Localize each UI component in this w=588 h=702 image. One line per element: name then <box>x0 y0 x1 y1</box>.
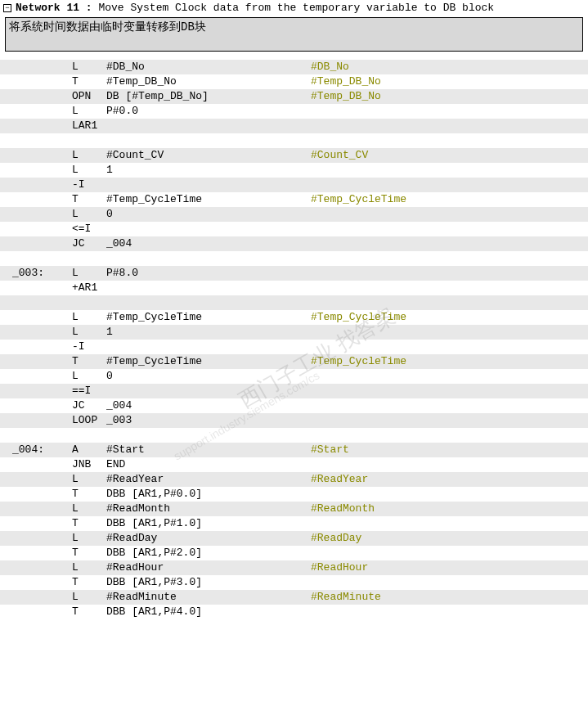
code-row[interactable]: TDBB [AR1,P#0.0] <box>0 487 588 502</box>
code-row[interactable]: T#Temp_CycleTime#Temp_CycleTime <box>0 192 588 207</box>
code-comment: #Temp_CycleTime <box>311 192 406 207</box>
code-comment: #Temp_DB_No <box>311 89 381 104</box>
code-mnemonic: L <box>49 104 106 119</box>
code-mnemonic: L <box>49 502 106 516</box>
code-mnemonic: T <box>49 575 106 590</box>
code-row[interactable]: LOOP_003 <box>0 413 588 428</box>
code-row[interactable]: L#Count_CV#Count_CV <box>0 148 588 163</box>
network-title: Network 11 : Move System Clock data from… <box>16 2 494 14</box>
network-comment[interactable]: 将系统时间数据由临时变量转移到DB块 <box>5 17 583 52</box>
code-row[interactable]: L#DB_No#DB_No <box>0 60 588 74</box>
code-operand: END <box>106 457 311 472</box>
code-mnemonic: T <box>49 192 106 207</box>
code-row[interactable]: TDBB [AR1,P#4.0] <box>0 605 588 619</box>
code-operand: DBB [AR1,P#3.0] <box>106 575 311 590</box>
code-operand: 1 <box>106 163 311 178</box>
code-operand: #ReadYear <box>106 472 311 487</box>
code-mnemonic: L <box>49 369 106 384</box>
code-row[interactable] <box>0 133 588 148</box>
code-operand: #ReadDay <box>106 531 311 546</box>
code-row[interactable]: ==I <box>0 384 588 398</box>
code-comment: #Temp_DB_No <box>311 74 381 89</box>
code-row[interactable]: JC_004 <box>0 398 588 413</box>
code-row[interactable]: L#ReadMinute#ReadMinute <box>0 590 588 605</box>
code-row[interactable]: L1 <box>0 163 588 178</box>
code-operand: _003 <box>106 413 311 428</box>
code-row[interactable]: TDBB [AR1,P#3.0] <box>0 575 588 590</box>
code-row[interactable]: TDBB [AR1,P#2.0] <box>0 546 588 560</box>
code-operand: #Temp_CycleTime <box>106 310 311 325</box>
code-row[interactable]: T#Temp_DB_No#Temp_DB_No <box>0 74 588 89</box>
code-row[interactable]: <=I <box>0 222 588 236</box>
code-mnemonic: T <box>49 516 106 531</box>
code-mnemonic: A <box>49 443 106 457</box>
code-row[interactable]: TDBB [AR1,P#1.0] <box>0 516 588 531</box>
code-operand: 0 <box>106 207 311 222</box>
code-mnemonic: T <box>49 605 106 619</box>
code-row[interactable]: JNBEND <box>0 457 588 472</box>
code-area: L#DB_No#DB_NoT#Temp_DB_No#Temp_DB_NoOPND… <box>0 60 588 619</box>
code-row[interactable]: L#ReadHour#ReadHour <box>0 560 588 575</box>
code-row[interactable]: +AR1 <box>0 281 588 295</box>
code-operand: _004 <box>106 236 311 251</box>
code-row[interactable] <box>0 428 588 443</box>
code-mnemonic: L <box>49 560 106 575</box>
code-row[interactable] <box>0 251 588 266</box>
code-label: _003: <box>0 266 49 281</box>
code-operand: #DB_No <box>106 60 311 74</box>
code-comment: #DB_No <box>311 60 349 74</box>
code-row[interactable]: -I <box>0 178 588 192</box>
code-operand: #Start <box>106 443 311 457</box>
code-mnemonic: -I <box>49 178 106 192</box>
code-row[interactable]: T#Temp_CycleTime#Temp_CycleTime <box>0 354 588 369</box>
code-row[interactable]: L#ReadMonth#ReadMonth <box>0 502 588 516</box>
code-row[interactable]: _004:A#Start#Start <box>0 443 588 457</box>
code-row[interactable]: -I <box>0 340 588 354</box>
code-operand: DBB [AR1,P#4.0] <box>106 605 311 619</box>
code-row[interactable]: LAR1 <box>0 119 588 133</box>
code-mnemonic: OPN <box>49 89 106 104</box>
code-operand: #Temp_CycleTime <box>106 192 311 207</box>
code-row[interactable]: L0 <box>0 369 588 384</box>
code-operand: #ReadMonth <box>106 502 311 516</box>
code-mnemonic: L <box>49 310 106 325</box>
code-mnemonic: L <box>49 531 106 546</box>
code-row[interactable]: L1 <box>0 325 588 340</box>
code-operand: DBB [AR1,P#0.0] <box>106 487 311 502</box>
code-comment: #Count_CV <box>311 148 368 163</box>
code-comment: #ReadMonth <box>311 502 375 516</box>
code-comment: #ReadYear <box>311 472 368 487</box>
code-operand: _004 <box>106 398 311 413</box>
code-row[interactable]: L#Temp_CycleTime#Temp_CycleTime <box>0 310 588 325</box>
code-row[interactable]: L0 <box>0 207 588 222</box>
code-row[interactable] <box>0 295 588 310</box>
code-row[interactable]: L#ReadYear#ReadYear <box>0 472 588 487</box>
code-operand: #ReadMinute <box>106 590 311 605</box>
code-mnemonic: L <box>49 325 106 340</box>
code-mnemonic: L <box>49 148 106 163</box>
code-operand: #Count_CV <box>106 148 311 163</box>
code-row[interactable]: _003:LP#8.0 <box>0 266 588 281</box>
code-row[interactable]: L#ReadDay#ReadDay <box>0 531 588 546</box>
code-comment: #ReadHour <box>311 560 368 575</box>
code-mnemonic: L <box>49 472 106 487</box>
code-mnemonic: LAR1 <box>49 119 106 133</box>
code-mnemonic: L <box>49 163 106 178</box>
collapse-icon[interactable]: − <box>3 4 11 12</box>
code-mnemonic: T <box>49 546 106 560</box>
code-row[interactable]: LP#0.0 <box>0 104 588 119</box>
code-mnemonic: L <box>49 207 106 222</box>
code-mnemonic: T <box>49 354 106 369</box>
code-operand: #ReadHour <box>106 560 311 575</box>
code-row[interactable]: OPNDB [#Temp_DB_No]#Temp_DB_No <box>0 89 588 104</box>
code-comment: #ReadDay <box>311 531 361 546</box>
code-comment: #ReadMinute <box>311 590 381 605</box>
code-mnemonic: T <box>49 74 106 89</box>
network-title-desc: Move System Clock data from the temporar… <box>98 2 494 14</box>
code-mnemonic: +AR1 <box>49 281 106 295</box>
code-mnemonic: JC <box>49 236 106 251</box>
code-operand: 1 <box>106 325 311 340</box>
code-row[interactable]: JC_004 <box>0 236 588 251</box>
code-operand: DBB [AR1,P#2.0] <box>106 546 311 560</box>
code-comment: #Temp_CycleTime <box>311 310 406 325</box>
